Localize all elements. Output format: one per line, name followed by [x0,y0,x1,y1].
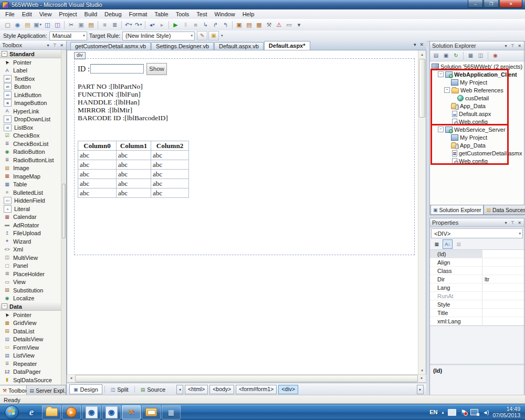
editor-vertical-scrollbar[interactable]: ▴ ▾ [418,50,426,374]
toolbox-item-checkboxlist[interactable]: ≣CheckBoxList [0,140,61,148]
tag-nav-left-icon[interactable]: ◂ [176,385,183,394]
panel-tab-solution-explorer[interactable]: ▣Solution Explorer [430,205,484,215]
window-position-icon[interactable]: ▾ [502,44,509,48]
toolbox-item-listview[interactable]: ▤ListView [0,352,61,360]
table-cell[interactable]: abc [117,170,151,179]
property-value[interactable] [482,317,524,325]
step-into-button[interactable]: ↳ [201,20,211,29]
scrollbar-thumb[interactable] [419,59,425,118]
scroll-left-icon[interactable]: ◂ [68,375,75,381]
scrollbar-thumb[interactable] [62,184,66,238]
menu-item-format[interactable]: Format [125,10,151,18]
document-tab-default-aspx[interactable]: Default.aspx* [264,41,310,50]
copy-button[interactable]: ▣ [76,20,86,29]
tree-item-app-data[interactable]: App_Data [430,102,524,110]
scrollbar-thumb[interactable] [75,375,418,382]
expand-collapse-icon[interactable]: − [444,87,450,93]
property-value[interactable] [482,309,524,317]
tree-item-web-config[interactable]: Web.config [430,118,524,125]
tag-chip-body[interactable]: <body> [209,385,234,394]
title-bar[interactable]: 565WWeb - Microsoft Visual Studio –❐✕ [0,0,525,9]
properties-window-button[interactable]: ▤ [244,20,254,29]
tag-chip-div[interactable]: <div> [278,385,298,394]
document-tab-getcustomerdetail-asmx-vb[interactable]: getCustomerDetail.asmx.vb [70,42,151,50]
close-icon[interactable]: ✕ [516,220,523,225]
menu-item-help[interactable]: Help [239,10,258,18]
editor-horizontal-scrollbar[interactable]: ◂ ▸ [67,374,426,383]
property-value[interactable] [482,250,524,258]
save-button[interactable]: ◫ [43,20,52,29]
panel-tab-data-sources[interactable]: ▤Data Sources [484,205,525,215]
view-designer-button[interactable]: ◫ [476,51,485,60]
toolbox-item-xml[interactable]: <>Xml [0,246,61,254]
view-in-browser-button[interactable]: ◉ [491,51,500,60]
property-row-lang[interactable]: Lang [430,284,524,292]
toolbox-item-listbox[interactable]: ▤ListBox [0,123,61,132]
close-document-icon[interactable]: ✕ [419,42,424,47]
menu-item-view[interactable]: View [36,10,56,18]
table-cell[interactable]: abc [78,170,117,179]
window-position-icon[interactable]: ▾ [502,220,509,225]
document-tab-settings-designer-vb[interactable]: Settings.Designer.vb [151,42,214,50]
menu-item-debug[interactable]: Debug [101,10,125,18]
tree-item-my-project[interactable]: My Project [430,133,524,141]
menu-item-build[interactable]: Build [81,10,101,18]
paste-button[interactable]: ▤ [86,20,96,29]
toolbox-button[interactable]: ⚒ [264,20,274,29]
format-indent-button[interactable]: ≣ [110,20,120,29]
expand-collapse-icon[interactable]: − [438,127,444,132]
tree-item-webapplication-client[interactable]: −WebApplication_Client [430,70,524,78]
tag-chip-html[interactable]: <html> [185,385,208,394]
apply-style-button[interactable]: ▣ [208,31,219,40]
toolbox-item-hyperlink[interactable]: AHyperLink [0,107,61,116]
toolbox-item-panel[interactable]: ▢Panel [0,262,61,270]
table-cell[interactable]: abc [117,188,151,198]
toolbar-options-button[interactable]: ▾ [294,20,304,29]
toolbox-item-table[interactable]: ▦Table [0,181,61,189]
design-gridview[interactable]: Column0Column1Column2abcabcabcabcabcabca… [78,141,189,198]
toolbox-item-bulletedlist[interactable]: ≡BulletedList [0,188,61,197]
visual-studio-icon[interactable]: ✕ [122,405,141,419]
design-surface[interactable]: div ID : Show PART NO :[lblPartNo]FUNCTI… [67,50,418,374]
design-label[interactable]: MIRROR :[lblMir] [78,106,414,114]
toolbox-item-calendar[interactable]: ▦Calendar [0,213,61,222]
design-label[interactable]: FUNCTION :[lblFun] [78,90,414,98]
utility-app-icon[interactable]: ▦ [162,405,181,419]
toolbox-item-repeater[interactable]: ≣Repeater [0,360,61,368]
property-row-runat[interactable]: RunAt [430,292,524,300]
id-textbox-control[interactable] [90,64,144,74]
toolbox-item-placeholder[interactable]: ⊠PlaceHolder [0,270,61,278]
toolbox-item-imagebutton[interactable]: ▣ImageButton [0,99,61,108]
table-cell[interactable]: abc [117,160,151,170]
viewer-app-icon-1[interactable]: ◉ [82,405,101,419]
network-icon[interactable] [470,409,478,415]
toolbox-item-sqldatasource[interactable]: ▮SqlDataSource [0,376,61,384]
property-row-xml-lang[interactable]: xml:Lang [430,317,524,326]
toolbox-section-data[interactable]: −Data [0,302,61,311]
toolbox-item-literal[interactable]: aLiteral [0,205,61,213]
tree-item-getcustomerdetail-asmx[interactable]: getCustomerDetail.asmx [430,149,524,157]
volume-icon[interactable]: ◄) [482,410,488,415]
table-cell[interactable]: abc [78,160,117,170]
add-reference-button[interactable]: ◉ [13,20,23,29]
table-cell[interactable]: abc [151,170,189,179]
property-row-title[interactable]: Title [430,309,524,317]
panel-tab-toolbox[interactable]: ⚒Toolbox [0,385,27,395]
start-debugging-button[interactable]: ▶ [171,20,181,29]
view-tab-source[interactable]: ▤Source [137,385,169,394]
start-button[interactable] [2,405,21,419]
menu-item-tools[interactable]: Tools [172,10,193,18]
table-header-cell[interactable]: Column0 [78,141,117,151]
table-cell[interactable]: abc [151,188,189,198]
toolbox-item-button[interactable]: abButton [0,83,61,91]
property-value[interactable] [482,258,524,266]
close-icon[interactable]: ✕ [516,44,523,48]
style-pencil-button[interactable]: ✎ [197,31,207,40]
table-header-cell[interactable]: Column2 [151,141,189,151]
toolbox-item-pointer[interactable]: ➤Pointer [0,311,61,319]
toolbox-item-checkbox[interactable]: ☑CheckBox [0,132,61,140]
menu-item-project[interactable]: Project [55,10,80,18]
expand-collapse-icon[interactable]: − [438,71,444,77]
panel-tab-server-expl[interactable]: ▤Server Expl... [27,385,66,395]
navigate-forward-button[interactable]: ▸ [157,20,167,29]
